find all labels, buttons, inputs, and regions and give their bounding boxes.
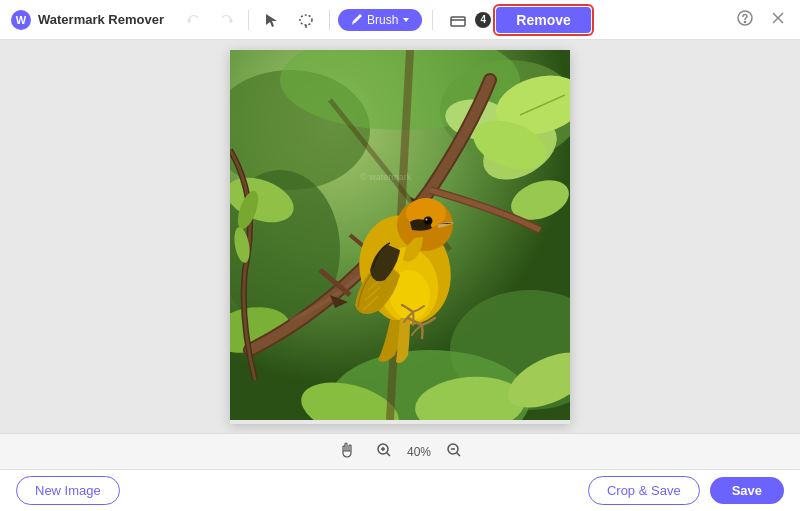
image-canvas: © watermark <box>230 50 570 424</box>
bird-image[interactable]: © watermark <box>230 50 570 420</box>
undo-button[interactable] <box>180 8 208 32</box>
main-canvas-area: © watermark <box>0 40 800 433</box>
svg-text:© watermark: © watermark <box>360 172 412 182</box>
svg-marker-5 <box>403 18 409 22</box>
svg-point-43 <box>426 218 428 220</box>
redo-button[interactable] <box>212 8 240 32</box>
toolbar: Brush 4 Remove <box>180 4 732 36</box>
svg-rect-6 <box>451 17 465 26</box>
brush-tool-button[interactable]: Brush <box>338 9 422 31</box>
remove-button-wrapper: Remove <box>493 4 593 36</box>
svg-marker-2 <box>266 14 277 27</box>
titlebar: W Watermark Remover <box>0 0 800 40</box>
selection-tool-button[interactable] <box>257 7 287 33</box>
svg-text:W: W <box>16 14 27 26</box>
app-logo-icon: W <box>10 9 32 31</box>
zoom-level: 40% <box>407 445 431 459</box>
zoom-out-button[interactable] <box>441 440 467 463</box>
help-button[interactable] <box>732 8 758 32</box>
svg-point-9 <box>744 21 745 22</box>
badge-count: 4 <box>475 12 491 28</box>
pan-tool-button[interactable] <box>333 439 361 464</box>
app-title: Watermark Remover <box>38 12 164 27</box>
toolbar-separator-3 <box>432 10 433 30</box>
save-button[interactable]: Save <box>710 477 784 504</box>
svg-point-3 <box>300 15 312 25</box>
toolbar-separator-2 <box>329 10 330 30</box>
new-image-button[interactable]: New Image <box>16 476 120 505</box>
action-right-group: Crop & Save Save <box>588 476 784 505</box>
lasso-tool-button[interactable] <box>291 7 321 33</box>
erase-button[interactable] <box>443 7 473 33</box>
close-button[interactable] <box>766 9 790 31</box>
crop-save-button[interactable]: Crop & Save <box>588 476 700 505</box>
svg-line-51 <box>386 453 390 457</box>
toolbar-separator <box>248 10 249 30</box>
zoom-bar: 40% <box>0 433 800 469</box>
svg-line-55 <box>457 453 461 457</box>
zoom-in-button[interactable] <box>371 440 397 463</box>
window-controls <box>732 8 790 32</box>
brush-label: Brush <box>367 13 398 27</box>
action-bar: New Image Crop & Save Save <box>0 469 800 511</box>
remove-button[interactable]: Remove <box>496 7 590 33</box>
